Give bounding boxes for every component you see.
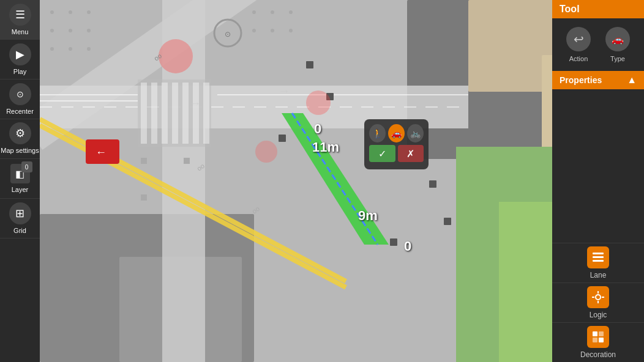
type-tool[interactable]: 🚗 Type — [599, 23, 636, 66]
svg-point-21 — [50, 29, 54, 32]
bicycle-option[interactable]: 🚲 — [407, 124, 424, 142]
svg-rect-75 — [593, 338, 597, 342]
svg-text:→: → — [279, 85, 290, 97]
svg-point-24 — [50, 47, 54, 51]
type-label: Type — [610, 55, 625, 62]
context-menu: 🚶 🚗 🚲 ✓ ✗ — [364, 119, 429, 169]
lane-icon — [587, 246, 609, 268]
svg-point-18 — [50, 10, 54, 14]
context-options-row: 🚶 🚗 🚲 — [369, 124, 424, 142]
svg-text:→: → — [190, 97, 201, 109]
logic-panel-item[interactable]: Logic — [552, 283, 644, 322]
svg-rect-62 — [203, 83, 209, 144]
svg-rect-59 — [172, 83, 178, 144]
svg-rect-42 — [444, 218, 451, 225]
svg-point-68 — [596, 295, 601, 300]
svg-text:⊙: ⊙ — [225, 30, 231, 39]
svg-rect-54 — [184, 158, 190, 164]
svg-rect-55 — [141, 194, 147, 201]
layer-label: Layer — [12, 186, 29, 193]
type-icon: 🚗 — [605, 27, 630, 51]
cancel-button[interactable]: ✗ — [398, 145, 424, 162]
svg-rect-73 — [593, 331, 597, 336]
svg-point-23 — [87, 29, 91, 32]
properties-header: Properties ▲ — [552, 71, 644, 89]
svg-rect-66 — [593, 256, 604, 258]
svg-point-47 — [255, 141, 277, 163]
decoration-label: Decoration — [580, 350, 616, 359]
svg-rect-58 — [162, 83, 168, 144]
svg-point-30 — [252, 29, 256, 32]
svg-point-46 — [306, 90, 331, 115]
svg-rect-57 — [151, 83, 157, 144]
action-icon: ↩ — [566, 27, 591, 51]
svg-point-27 — [252, 10, 256, 14]
play-label: Play — [13, 68, 26, 75]
svg-rect-40 — [306, 61, 313, 68]
logic-icon — [587, 286, 609, 308]
properties-label: Properties — [560, 75, 602, 85]
context-actions-row: ✓ ✗ — [369, 145, 424, 162]
svg-rect-53 — [141, 158, 147, 164]
svg-rect-61 — [193, 83, 199, 144]
svg-rect-76 — [599, 338, 604, 342]
svg-rect-74 — [599, 331, 604, 336]
svg-rect-67 — [593, 260, 604, 262]
menu-label: Menu — [12, 28, 29, 35]
svg-text:←: ← — [95, 146, 107, 158]
play-icon: ▶ — [9, 43, 31, 65]
svg-rect-39 — [279, 135, 286, 142]
map-settings-label: Map settings — [1, 147, 39, 155]
right-panel: Tool ↩ Action 🚗 Type Properties ▲ Lane — [552, 0, 644, 362]
map-settings-button[interactable]: ⚙ Map settings — [0, 119, 40, 159]
svg-rect-43 — [429, 180, 436, 188]
recenter-icon: ⊙ — [9, 83, 31, 105]
properties-collapse-icon[interactable]: ▲ — [627, 75, 637, 86]
svg-point-31 — [271, 29, 274, 32]
settings-icon: ⚙ — [9, 122, 31, 144]
action-label: Action — [569, 55, 588, 62]
tool-header: Tool — [552, 0, 644, 18]
grid-button[interactable]: ⊞ Grid — [0, 199, 40, 238]
car-option[interactable]: 🚗 — [388, 124, 405, 142]
confirm-button[interactable]: ✓ — [369, 145, 395, 162]
left-sidebar: ☰ Menu ▶ Play ⊙ Recenter ⚙ Map settings … — [0, 0, 40, 362]
decoration-icon — [587, 326, 609, 348]
lane-label: Lane — [590, 271, 607, 279]
recenter-label: Recenter — [6, 108, 34, 115]
svg-point-29 — [289, 10, 293, 14]
bottom-panel-items: Lane Logic — [552, 243, 644, 362]
recenter-button[interactable]: ⊙ Recenter — [0, 79, 40, 119]
menu-icon: ☰ — [9, 4, 31, 26]
play-button[interactable]: ▶ Play — [0, 40, 40, 79]
svg-rect-56 — [141, 83, 147, 144]
svg-point-22 — [69, 29, 72, 32]
pedestrian-option[interactable]: 🚶 — [369, 124, 386, 142]
grid-icon: ⊞ — [9, 202, 31, 224]
lane-panel-item[interactable]: Lane — [552, 243, 644, 283]
svg-point-19 — [69, 10, 72, 14]
svg-rect-65 — [593, 253, 604, 254]
svg-rect-41 — [390, 238, 397, 246]
decoration-panel-item[interactable]: Decoration — [552, 322, 644, 362]
svg-point-20 — [87, 10, 91, 14]
svg-rect-60 — [182, 83, 189, 144]
layer-badge: 0 — [21, 161, 32, 172]
svg-point-32 — [289, 29, 293, 32]
action-tool[interactable]: ↩ Action — [560, 23, 597, 66]
menu-button[interactable]: ☰ Menu — [0, 0, 40, 40]
grid-label: Grid — [13, 227, 26, 234]
layer-button[interactable]: ◧ 0 Layer — [0, 159, 40, 199]
svg-point-45 — [159, 39, 193, 73]
svg-point-26 — [87, 47, 91, 51]
svg-point-28 — [271, 10, 274, 14]
svg-point-25 — [69, 47, 72, 51]
tool-items: ↩ Action 🚗 Type — [552, 18, 644, 71]
logic-label: Logic — [590, 311, 607, 319]
